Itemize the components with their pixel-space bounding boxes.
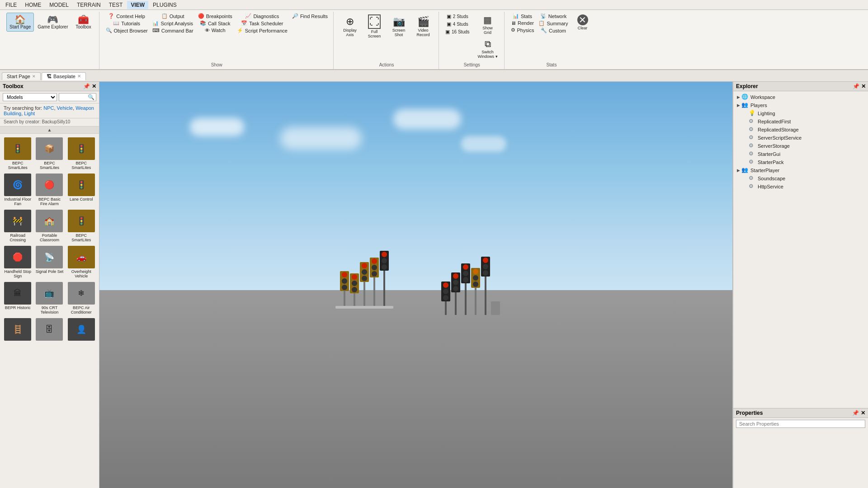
menu-home[interactable]: HOME [21,1,45,9]
explorer-lock-icon[interactable]: 📌 [853,83,859,89]
summary-btn[interactable]: 📋 Summary [537,20,570,27]
toolbox-item-10[interactable]: 📡Signal Pole Set [34,245,64,279]
output-btn[interactable]: 📋 Output [151,13,195,19]
menu-model[interactable]: MODEL [46,1,72,9]
toolbox-item-13[interactable]: 📺90s CRT Television [34,281,64,315]
toolbox-item-17[interactable]: 👤 [66,317,96,343]
menu-view[interactable]: VIEW [127,1,148,9]
suggestion-vehicle[interactable]: Vehicle [57,105,73,111]
tree-item-serverscriptservice[interactable]: ⚙ServerScriptService [733,134,868,142]
stud-2-btn[interactable]: ▣ 2 Studs [443,13,471,20]
tree-item-starterpack[interactable]: ⚙StarterPack [733,158,868,166]
tab-baseplate-close[interactable]: ✕ [77,74,81,79]
tree-item-workspace[interactable]: ▶🌐Workspace [733,93,868,101]
display-axis-btn[interactable]: ⊕ DisplayAxis [338,14,362,39]
suggestion-building[interactable]: Building [4,111,21,116]
tutorials-btn[interactable]: 📖 Tutorials [104,20,150,27]
network-icon: 📡 [540,13,547,19]
physics-btn[interactable]: ⚙ Physics [509,27,536,33]
toolbox-lock-icon[interactable]: 📌 [83,83,90,89]
toolbox-category-select[interactable]: Models [3,93,57,101]
render-btn[interactable]: 🖥 Render [509,20,536,26]
menu-plugins[interactable]: PLUGINS [149,1,180,9]
toolbox-item-4[interactable]: 🔴BEPC Basic Fire Alarm [34,173,64,207]
toolbox-item-6[interactable]: 🚧Railroad Crossing [3,209,33,243]
viewport[interactable] [99,82,732,488]
toolbox-item-5[interactable]: 🚦Lane Control [66,173,96,207]
tab-start-page[interactable]: Start Page ✕ [2,72,41,80]
show-grid-btn[interactable]: ▦ ShowGrid [475,13,500,37]
toolbox-close-icon[interactable]: ✕ [92,83,96,89]
toolbox-scroll-up[interactable]: ▲ [0,127,99,134]
toolbox-search-input[interactable] [61,94,88,100]
toolbox-item-15[interactable]: 🪜 [3,317,33,343]
toolbox-item-11[interactable]: 🚗Overheight Vehicle [66,245,96,279]
tree-arrow-1: ▶ [735,103,741,108]
toolbox-item-2[interactable]: 🚦BEPC SmartLites [66,136,96,171]
stud-4-btn[interactable]: ▣ 4 Studs [443,20,471,28]
toolbox-item-0[interactable]: 🚦BEPC SmartLites [3,136,33,171]
screen-shot-btn[interactable]: 📷 ScreenShot [387,14,410,39]
toolbox-item-7[interactable]: 🏫Portable Classroom [34,209,64,243]
explorer-close-icon[interactable]: ✕ [861,83,866,89]
properties-lock-icon[interactable]: 📌 [852,410,859,416]
tree-item-httpservice[interactable]: ⚙HttpService [733,183,868,191]
toolbox-item-1[interactable]: 📦BEPC SmartLites [34,136,64,171]
toolbox-item-name-14: BEPC Air Conditioner [67,305,95,314]
menu-terrain[interactable]: TERRAIN [73,1,104,9]
toolbox-item-12[interactable]: 🏛BEPR Historic [3,281,33,315]
tree-item-replicatedstorage[interactable]: ⚙ReplicatedStorage [733,126,868,134]
stud-16-btn[interactable]: ▣ 16 Studs [443,28,471,36]
menu-test[interactable]: TEST [105,1,127,9]
output-icon: 📋 [161,13,168,19]
toolbox-item-name-10: Signal Pole Set [36,269,64,274]
toolbox-item-9[interactable]: 🛑Handheld Stop Sign [3,245,33,279]
command-bar-btn[interactable]: ⌨ Command Bar [151,27,195,34]
tree-icon-4: ⚙ [749,126,756,133]
toolbox-item-8[interactable]: 🚦BEPC SmartLites [66,209,96,243]
tree-icon-5: ⚙ [749,134,756,141]
video-record-btn[interactable]: 🎬 VideoRecord [411,14,435,39]
stats-btn[interactable]: 📊 Stats [509,13,536,19]
gray-box [491,301,500,315]
tree-item-serverstorage[interactable]: ⚙ServerStorage [733,142,868,150]
toolbox-btn[interactable]: 🧰 Toolbox [72,13,95,31]
call-stack-btn[interactable]: 📚 Call Stack [196,20,234,27]
tree-item-soundscape[interactable]: ⚙Soundscape [733,174,868,183]
properties-search-input[interactable] [736,420,865,428]
full-screen-btn[interactable]: ⛶ FullScreen [363,13,386,40]
network-btn[interactable]: 📡 Network [537,13,570,19]
toolbox-item-16[interactable]: 🗄 [34,317,64,343]
toolbox-item-14[interactable]: ❄BEPC Air Conditioner [66,281,96,315]
find-results-btn[interactable]: 🔎 Find Results [290,13,330,19]
diagnostics-btn[interactable]: 📈 Diagnostics [235,13,289,19]
switch-windows-btn[interactable]: ⧉ SwitchWindows ▾ [475,37,500,61]
menu-file[interactable]: FILE [2,1,20,9]
suggestion-light[interactable]: Light [24,111,35,116]
tree-item-replicatedfirst[interactable]: ⚙ReplicatedFirst [733,117,868,126]
toolbox-scroll-area[interactable]: 🚦BEPC SmartLites📦BEPC SmartLites🚦BEPC Sm… [0,134,99,488]
object-browser-btn[interactable]: 🔍 Object Browser [104,27,150,34]
properties-close-icon[interactable]: ✕ [861,410,865,416]
task-scheduler-btn[interactable]: 📅 Task Scheduler [235,20,289,27]
game-explorer-btn[interactable]: 🎮 Game Explorer [35,13,71,31]
tree-item-players[interactable]: ▶👥Players [733,101,868,109]
script-perf-btn[interactable]: ⚡ Script Performance [235,27,289,34]
custom-btn[interactable]: 🔧 Custom [537,27,570,34]
tree-item-starterplayer[interactable]: ▶👥StarterPlayer [733,166,868,174]
tree-item-startergui[interactable]: ⚙StarterGui [733,150,868,158]
tab-baseplate[interactable]: 🏗 Baseplate ✕ [42,72,86,80]
suggestion-npc[interactable]: NPC [43,105,54,111]
tree-item-lighting[interactable]: 💡Lighting [733,109,868,117]
context-help-btn[interactable]: ❓ Context Help [104,13,150,19]
tree-icon-3: ⚙ [749,118,756,125]
breakpoints-btn[interactable]: 🔴 Breakpoints [196,13,234,19]
clear-btn[interactable]: ✕ Clear [571,13,594,32]
properties-header: Properties 📌 ✕ [733,408,868,418]
start-page-btn[interactable]: 🏠 Start Page [6,13,34,32]
toolbox-item-3[interactable]: 🌀Industrial Floor Fan [3,173,33,207]
script-analysis-btn[interactable]: 📊 Script Analysis [151,20,195,27]
watch-btn[interactable]: 👁 Watch [196,27,234,33]
doc-tabs: Start Page ✕ 🏗 Baseplate ✕ [0,70,868,82]
suggestion-weapon[interactable]: Weapon [75,105,94,111]
